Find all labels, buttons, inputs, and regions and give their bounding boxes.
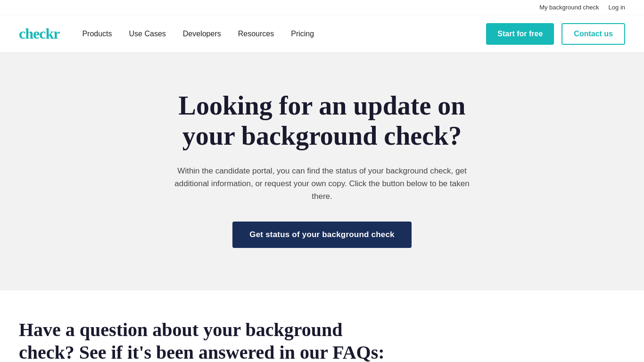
- top-utility-bar: My background check Log in: [0, 0, 644, 15]
- nav-link-resources[interactable]: Resources: [238, 30, 274, 38]
- nav-item-resources[interactable]: Resources: [238, 30, 274, 38]
- navbar-left: checkr Products Use Cases Developers Res…: [19, 25, 314, 42]
- hero-section: Looking for an update on your background…: [0, 53, 644, 290]
- contact-us-button[interactable]: Contact us: [561, 23, 625, 45]
- nav-item-use-cases[interactable]: Use Cases: [129, 30, 166, 38]
- login-link[interactable]: Log in: [609, 4, 625, 11]
- faq-section: Have a question about your background ch…: [0, 290, 644, 362]
- hero-title: Looking for an update on your background…: [157, 90, 487, 151]
- nav-item-developers[interactable]: Developers: [183, 30, 221, 38]
- logo[interactable]: checkr: [19, 25, 59, 42]
- get-status-button[interactable]: Get status of your background check: [232, 222, 411, 248]
- my-background-check-link[interactable]: My background check: [539, 4, 599, 11]
- navbar-right: Start for free Contact us: [486, 23, 625, 45]
- nav-item-pricing[interactable]: Pricing: [291, 30, 314, 38]
- faq-title: Have a question about your background ch…: [19, 319, 396, 362]
- hero-subtitle: Within the candidate portal, you can fin…: [171, 165, 473, 203]
- start-for-free-button[interactable]: Start for free: [486, 23, 554, 45]
- nav-links: Products Use Cases Developers Resources …: [82, 30, 314, 38]
- nav-link-pricing[interactable]: Pricing: [291, 30, 314, 38]
- main-navbar: checkr Products Use Cases Developers Res…: [0, 15, 644, 53]
- nav-link-use-cases[interactable]: Use Cases: [129, 30, 166, 38]
- nav-item-products[interactable]: Products: [82, 30, 112, 38]
- nav-link-products[interactable]: Products: [82, 30, 112, 38]
- nav-link-developers[interactable]: Developers: [183, 30, 221, 38]
